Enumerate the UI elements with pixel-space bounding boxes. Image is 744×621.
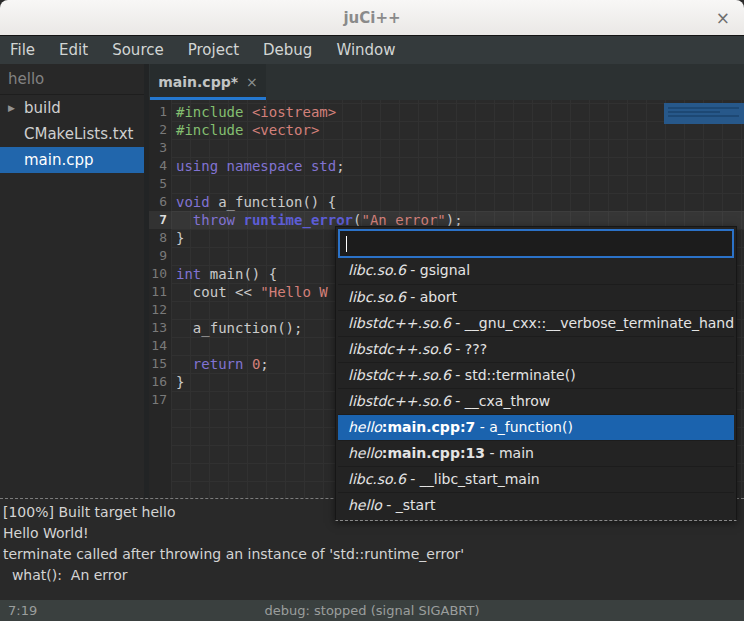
menu-item-project[interactable]: Project — [176, 36, 251, 64]
code-text: using namespace std; — [171, 157, 345, 175]
file-tree-sidebar: hello ▶ build CMakeLists.txt main.cpp — [0, 64, 149, 498]
code-text: a_function(); — [171, 319, 302, 337]
line-number: 2 — [149, 121, 171, 139]
code-line: 2 #include <vector> — [149, 121, 744, 139]
line-number: 11 — [149, 283, 171, 301]
line-number: 13 — [149, 319, 171, 337]
stacktrace-frame-item[interactable]: libc.so.6 - abort — [338, 284, 734, 310]
code-text — [171, 391, 176, 409]
line-number: 9 — [149, 247, 171, 265]
code-line: 4 using namespace std; — [149, 157, 744, 175]
stacktrace-frame-item[interactable]: hello:main.cpp:13 - main — [338, 440, 734, 466]
code-text: #include <vector> — [171, 121, 319, 139]
menu-item-window[interactable]: Window — [324, 36, 407, 64]
stacktrace-frame-item[interactable]: libc.so.6 - __libc_start_main — [338, 466, 734, 492]
console-output-line: what(): An error — [3, 565, 744, 586]
code-text: } — [171, 229, 184, 247]
line-number: 8 — [149, 229, 171, 247]
stacktrace-popup: libc.so.6 - gsignallibc.so.6 - abortlibs… — [335, 226, 737, 521]
stacktrace-frame-item[interactable]: libstdc++.so.6 - __gnu_cxx::__verbose_te… — [338, 310, 734, 336]
code-text: } — [171, 373, 184, 391]
stacktrace-frame-item[interactable]: libstdc++.so.6 - ??? — [338, 336, 734, 362]
stacktrace-frame-item[interactable]: libc.so.6 - gsignal — [338, 258, 734, 284]
stacktrace-frame-item[interactable]: hello - _start — [338, 492, 734, 518]
line-number: 14 — [149, 337, 171, 355]
tab-main-cpp[interactable]: main.cpp* × — [150, 64, 266, 100]
app-window: juCi++ × FileEditSourceProjectDebugWindo… — [0, 0, 744, 621]
code-text — [171, 301, 176, 319]
file-name-label: main.cpp — [24, 147, 94, 173]
menu-item-edit[interactable]: Edit — [47, 36, 100, 64]
code-text: return 0; — [171, 355, 269, 373]
sidebar-item-build[interactable]: ▶ build — [0, 95, 144, 121]
code-text — [171, 337, 176, 355]
line-number: 15 — [149, 355, 171, 373]
file-name-label: CMakeLists.txt — [24, 121, 133, 147]
tab-label: main.cpp* — [158, 74, 238, 90]
code-text — [171, 139, 176, 157]
menubar: FileEditSourceProjectDebugWindow — [0, 36, 744, 64]
code-text: cout << "Hello W — [171, 283, 328, 301]
tooltip-text-line — [668, 111, 720, 113]
tooltip-text-line — [668, 115, 739, 117]
titlebar: juCi++ × — [0, 0, 744, 36]
stacktrace-frame-item[interactable]: libstdc++.so.6 - __cxa_throw — [338, 388, 734, 414]
line-number: 16 — [149, 373, 171, 391]
line-number: 4 — [149, 157, 171, 175]
expander-arrow-icon[interactable]: ▶ — [0, 95, 24, 121]
line-number: 5 — [149, 175, 171, 193]
menu-item-debug[interactable]: Debug — [251, 36, 324, 64]
tab-bar: main.cpp* × — [149, 64, 744, 100]
close-icon[interactable]: × — [716, 0, 730, 36]
file-name-label: build — [24, 95, 61, 121]
code-line: 5 — [149, 175, 744, 193]
sidebar-item-main-cpp[interactable]: main.cpp — [0, 147, 144, 173]
stacktrace-filter-input[interactable] — [338, 229, 734, 258]
line-number: 6 — [149, 193, 171, 211]
console-output-line: terminate called after throwing an insta… — [3, 544, 744, 565]
project-name-label: hello — [0, 64, 144, 95]
line-number: 7 — [149, 211, 171, 229]
window-title: juCi++ — [343, 9, 400, 27]
menu-item-file[interactable]: File — [0, 36, 47, 64]
code-text — [171, 247, 176, 265]
menu-item-source[interactable]: Source — [100, 36, 176, 64]
stacktrace-frame-item[interactable]: hello:main.cpp:7 - a_function() — [338, 414, 734, 440]
line-number: 10 — [149, 265, 171, 283]
stacktrace-frame-item[interactable]: libstdc++.so.6 - std::terminate() — [338, 362, 734, 388]
code-text: int main() { — [171, 265, 277, 283]
text-cursor — [346, 236, 347, 252]
code-text: void a_function() { — [171, 193, 336, 211]
tooltip-text-line — [668, 107, 739, 109]
code-line: 6 void a_function() { — [149, 193, 744, 211]
code-text — [171, 175, 176, 193]
debug-status-label: debug: stopped (signal SIGABRT) — [0, 603, 744, 618]
editor-tooltip — [664, 103, 744, 124]
line-number: 17 — [149, 391, 171, 409]
status-bar: 7:19 debug: stopped (signal SIGABRT) — [0, 600, 744, 621]
line-number: 12 — [149, 301, 171, 319]
code-text: #include <iostream> — [171, 103, 336, 121]
line-number: 3 — [149, 139, 171, 157]
line-number: 1 — [149, 103, 171, 121]
sidebar-item-cmakelists-txt[interactable]: CMakeLists.txt — [0, 121, 144, 147]
tab-close-icon[interactable]: × — [246, 74, 258, 90]
code-line: 3 — [149, 139, 744, 157]
console-output-line: Hello World! — [3, 523, 744, 544]
code-line: 1 #include <iostream> — [149, 103, 744, 121]
